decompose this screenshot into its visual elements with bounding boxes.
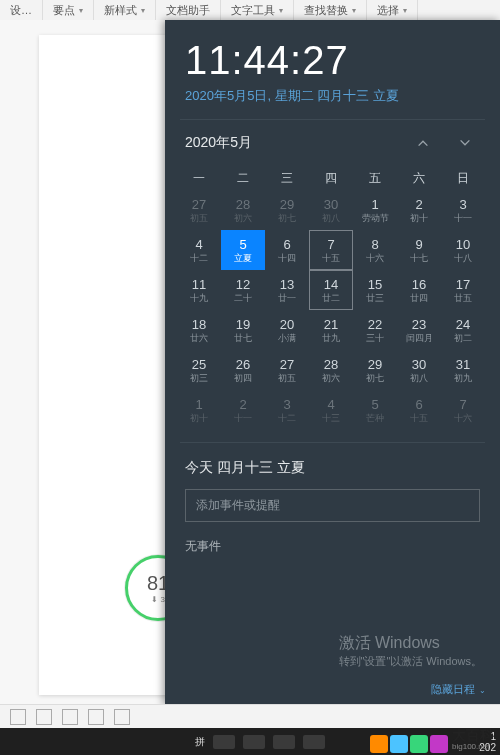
taskbar-item[interactable] [273, 735, 295, 749]
chevron-down-icon: ⌄ [479, 686, 486, 695]
day-cell[interactable]: 17廿五 [441, 270, 485, 310]
menu-settings[interactable]: 设… [0, 0, 43, 20]
month-header: 2020年5月 [165, 120, 500, 162]
day-cell[interactable]: 29初七 [265, 190, 309, 230]
weekday: 一 [177, 166, 221, 190]
taskbar-item[interactable] [303, 735, 325, 749]
day-cell[interactable]: 31初九 [441, 350, 485, 390]
month-label[interactable]: 2020年5月 [185, 134, 252, 152]
clock-time: 11:44:27 [165, 20, 500, 87]
day-cell[interactable]: 26初四 [221, 350, 265, 390]
add-event-input[interactable]: 添加事件或提醒 [185, 489, 480, 522]
calendar-flyout: 11:44:27 2020年5月5日, 星期二 四月十三 立夏 2020年5月 … [165, 20, 500, 705]
day-cell[interactable]: 29初七 [353, 350, 397, 390]
agenda-title: 今天 四月十三 立夏 [185, 459, 480, 477]
read-mode-icon[interactable] [36, 709, 52, 725]
taskbar-item[interactable] [243, 735, 265, 749]
editor-statusbar [0, 704, 500, 728]
menu-find-replace[interactable]: 查找替换▾ [294, 0, 367, 20]
agenda-section: 今天 四月十三 立夏 添加事件或提醒 无事件 [165, 443, 500, 603]
day-cell[interactable]: 3十一 [441, 190, 485, 230]
day-cell[interactable]: 9十七 [397, 230, 441, 270]
day-cell[interactable]: 18廿六 [177, 310, 221, 350]
taskbar-item[interactable] [213, 735, 235, 749]
day-cell[interactable]: 15廿三 [353, 270, 397, 310]
menu-select[interactable]: 选择▾ [367, 0, 418, 20]
weekday: 四 [309, 166, 353, 190]
next-month-button[interactable] [458, 136, 472, 150]
day-cell[interactable]: 4十三 [309, 390, 353, 430]
day-cell[interactable]: 25初三 [177, 350, 221, 390]
day-cell[interactable]: 6十五 [397, 390, 441, 430]
logo-square [390, 735, 408, 753]
day-cell[interactable]: 12二十 [221, 270, 265, 310]
fullscreen-icon[interactable] [10, 709, 26, 725]
ime-indicator[interactable]: 拼 [195, 735, 205, 749]
day-cell[interactable]: 19廿七 [221, 310, 265, 350]
outline-view-icon[interactable] [114, 709, 130, 725]
hide-agenda-button[interactable]: 隐藏日程⌄ [431, 682, 486, 697]
activate-title: 激活 Windows [339, 633, 483, 654]
activate-sub: 转到"设置"以激活 Windows。 [339, 654, 483, 669]
day-cell[interactable]: 1劳动节 [353, 190, 397, 230]
page-view-icon[interactable] [88, 709, 104, 725]
day-cell-hover[interactable]: 7十五 [309, 230, 353, 270]
watermark-title: 大百科 [452, 729, 494, 741]
day-cell[interactable]: 7十六 [441, 390, 485, 430]
day-cell[interactable]: 24初二 [441, 310, 485, 350]
no-event-label: 无事件 [185, 538, 480, 555]
clock-date[interactable]: 2020年5月5日, 星期二 四月十三 立夏 [165, 87, 500, 119]
day-cell[interactable]: 1初十 [177, 390, 221, 430]
day-cell[interactable]: 8十六 [353, 230, 397, 270]
weekday: 二 [221, 166, 265, 190]
edit-icon[interactable] [62, 709, 78, 725]
calendar-grid: 一 二 三 四 五 六 日 27初五 28初六 29初七 30初八 1劳动节 2… [165, 162, 500, 442]
score-sub: ⬇ 3 [151, 595, 165, 604]
day-cell[interactable]: 13廿一 [265, 270, 309, 310]
menu-points[interactable]: 要点▾ [43, 0, 94, 20]
day-cell-hover[interactable]: 14廿二 [309, 270, 353, 310]
day-cell[interactable]: 22三十 [353, 310, 397, 350]
day-cell-selected[interactable]: 5立夏 [221, 230, 265, 270]
day-cell[interactable]: 11十九 [177, 270, 221, 310]
day-cell[interactable]: 27初五 [177, 190, 221, 230]
prev-month-button[interactable] [416, 136, 430, 150]
watermark-url: big100.net [452, 741, 494, 753]
day-cell[interactable]: 20小满 [265, 310, 309, 350]
app-menubar: 设… 要点▾ 新样式▾ 文档助手 文字工具▾ 查找替换▾ 选择▾ [0, 0, 500, 21]
day-cell[interactable]: 27初五 [265, 350, 309, 390]
weekday: 三 [265, 166, 309, 190]
day-cell[interactable]: 28初六 [309, 350, 353, 390]
day-cell[interactable]: 2初十 [397, 190, 441, 230]
logo-square [410, 735, 428, 753]
menu-text-tools[interactable]: 文字工具▾ [221, 0, 294, 20]
day-cell[interactable]: 21廿九 [309, 310, 353, 350]
menu-doc-assistant[interactable]: 文档助手 [156, 0, 221, 20]
day-cell[interactable]: 16廿四 [397, 270, 441, 310]
day-cell[interactable]: 4十二 [177, 230, 221, 270]
logo-square [430, 735, 448, 753]
day-cell[interactable]: 23闰四月 [397, 310, 441, 350]
day-cell[interactable]: 10十八 [441, 230, 485, 270]
site-watermark: 大百科 big100.net [370, 729, 494, 753]
day-cell[interactable]: 5芒种 [353, 390, 397, 430]
menu-new-style[interactable]: 新样式▾ [94, 0, 156, 20]
weekday: 六 [397, 166, 441, 190]
day-cell[interactable]: 3十二 [265, 390, 309, 430]
day-cell[interactable]: 2十一 [221, 390, 265, 430]
activate-windows-watermark: 激活 Windows 转到"设置"以激活 Windows。 [339, 633, 483, 669]
logo-square [370, 735, 388, 753]
day-cell[interactable]: 30初八 [309, 190, 353, 230]
weekday-header: 一 二 三 四 五 六 日 [177, 166, 488, 190]
weekday: 日 [441, 166, 485, 190]
day-cell[interactable]: 6十四 [265, 230, 309, 270]
day-cell[interactable]: 28初六 [221, 190, 265, 230]
weekday: 五 [353, 166, 397, 190]
day-cell[interactable]: 30初八 [397, 350, 441, 390]
